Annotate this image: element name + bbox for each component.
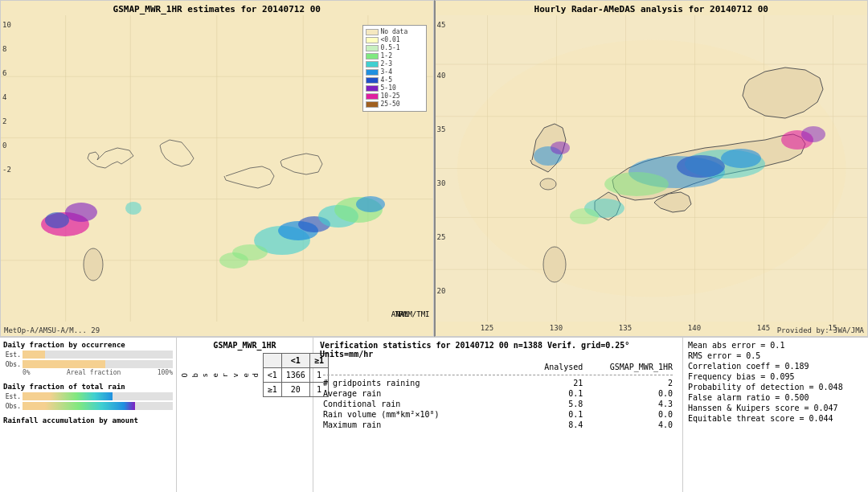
legend-color-12 (366, 53, 379, 59)
stats-header: Verification statistics for 20140712 00 … (320, 341, 676, 359)
accum-chart-section: Rainfall accumulation by amount (3, 416, 173, 426)
right-map-attribution: Provided by: JWA/JMA (777, 326, 864, 334)
svg-point-31 (45, 212, 69, 228)
legend-color-nodata (366, 29, 379, 35)
fraction-obs-bar-fill (23, 360, 105, 368)
matrix-val-21: 20 (281, 383, 309, 397)
fraction-est-row: Est. (3, 351, 173, 359)
right-map-title: Hourly Radar-AMeDAS analysis for 2014071… (534, 4, 768, 14)
stats-row-analysed: 5.8 (528, 399, 587, 409)
svg-point-58 (604, 172, 669, 196)
stats-row-gsmap: 4.0 (586, 420, 676, 430)
svg-point-62 (801, 126, 825, 142)
fraction-bar-chart: Est. Obs. (3, 351, 173, 368)
lat-20: 20 (437, 287, 446, 295)
lat-35: 35 (437, 125, 446, 133)
rain-chart-title: Daily fraction of total rain (3, 383, 173, 391)
rain-obs-label: Obs. (3, 403, 21, 410)
matrix-col-less1: <1 (281, 354, 309, 368)
verification-table: Analysed GSMAP_MWR_1HR # gridpoints rain… (320, 362, 676, 430)
legend-001: <0.01 (366, 36, 424, 43)
stats-row-label: Average rain (320, 388, 528, 399)
lat-label-8: 8 (2, 45, 6, 53)
lon-130: 130 (550, 324, 563, 332)
rain-est-label: Est. (3, 393, 21, 400)
right-map-svg (436, 15, 868, 322)
lon-125: 125 (481, 324, 493, 332)
lon-140: 140 (688, 324, 701, 332)
score-item-6: Hanssen & Kuipers score = 0.047 (688, 404, 863, 412)
fraction-est-label: Est. (3, 351, 21, 359)
stats-row-gsmap: 4.3 (586, 399, 676, 409)
svg-point-66 (551, 141, 570, 154)
legend-panel: No data <0.01 0.5-1 1-2 2-3 (362, 25, 427, 112)
fraction-chart-section: Daily fraction by occurrence Est. Obs. (3, 341, 173, 376)
stats-row-gsmap: 0.0 (586, 388, 676, 399)
legend-1025: 10-25 (366, 92, 424, 100)
lat-label-10: 10 (2, 21, 11, 29)
svg-point-55 (543, 247, 566, 282)
scores-area: Mean abs error = 0.1RMS error = 0.5Corre… (683, 338, 868, 492)
fraction-obs-label: Obs. (3, 361, 21, 368)
score-item-1: RMS error = 0.5 (688, 351, 863, 360)
score-item-4: Probability of detection = 0.048 (688, 383, 863, 392)
legend-label-1025: 10-25 (381, 92, 400, 100)
stats-analysed-col: Analysed (528, 362, 587, 372)
stats-row-0: # gridpoints raining 21 2 (320, 378, 676, 388)
axis-middle: Areal fraction (67, 369, 121, 376)
fraction-obs-bar-bg (23, 360, 173, 368)
lat-label-2: 2 (2, 117, 6, 125)
left-map-title: GSMAP_MWR_1HR estimates for 20140712 00 (113, 4, 321, 14)
legend-color-05 (366, 45, 379, 51)
stats-row-gsmap: 0.0 (586, 409, 676, 420)
stats-empty-col (320, 362, 528, 372)
legend-label-12: 1-2 (381, 52, 392, 59)
legend-color-1025 (366, 93, 379, 100)
stats-row-analysed: 0.1 (528, 409, 587, 420)
fraction-est-bar-bg (23, 351, 173, 359)
stats-row-analysed: 21 (528, 378, 587, 388)
stats-row-label: Maximum rain (320, 420, 528, 430)
lat-label-neg2: -2 (2, 166, 11, 174)
matrix-row-label-ge1: ≥1 (263, 383, 281, 397)
legend-label-2550: 25-50 (381, 100, 400, 108)
legend-label-nodata: No data (381, 28, 408, 35)
rain-obs-bar-bg (23, 402, 173, 410)
lat-25: 25 (437, 233, 446, 241)
legend-color-001 (366, 37, 379, 43)
charts-area: Daily fraction by occurrence Est. Obs. (0, 338, 177, 492)
lon-145: 145 (757, 324, 770, 332)
legend-color-34 (366, 69, 379, 76)
matrix-wrapper: Observed <1 ≥1 <1 (180, 353, 309, 397)
left-map-panel: GSMAP_MWR_1HR estimates for 20140712 00 … (0, 0, 434, 337)
svg-point-38 (219, 252, 248, 269)
lat-40: 40 (437, 72, 446, 80)
lat-label-6: 6 (2, 69, 6, 77)
metop-label: MetOp-A/AMSU-A/M... 29 (4, 326, 100, 334)
legend-label-34: 3-4 (381, 68, 392, 76)
lon-135: 135 (619, 324, 632, 332)
stats-col-header-row: Analysed GSMAP_MWR_1HR (320, 362, 676, 372)
rain-obs-bar-fill (23, 402, 135, 410)
svg-point-40 (125, 202, 141, 215)
legend-color-45 (366, 77, 379, 84)
rain-obs-row: Obs. (3, 402, 173, 410)
legend-45: 4-5 (366, 76, 424, 84)
svg-point-30 (65, 203, 97, 222)
stats-row-label: Rain volume (mm*km²×10⁸) (320, 409, 528, 420)
svg-point-54 (540, 178, 556, 190)
axis-end: 100% (158, 369, 173, 376)
observed-side-label: Observed (180, 373, 261, 377)
svg-point-59 (677, 155, 725, 178)
fraction-axis: 0% Areal fraction 100% (3, 369, 173, 376)
legend-2550: 25-50 (366, 100, 424, 108)
stats-row-3: Rain volume (mm*km²×10⁸) 0.1 0.0 (320, 409, 676, 420)
score-item-0: Mean abs error = 0.1 (688, 341, 863, 350)
lat-30: 30 (437, 179, 446, 187)
stats-row-gsmap: 2 (586, 378, 676, 388)
legend-23: 2-3 (366, 60, 424, 68)
observed-label-text: Observed (180, 373, 261, 377)
fraction-est-bar-fill (23, 351, 45, 359)
stats-row-4: Maximum rain 8.4 4.0 (320, 420, 676, 430)
matrix-area: GSMAP_MWR_1HR Observed <1 ≥1 (177, 338, 313, 492)
